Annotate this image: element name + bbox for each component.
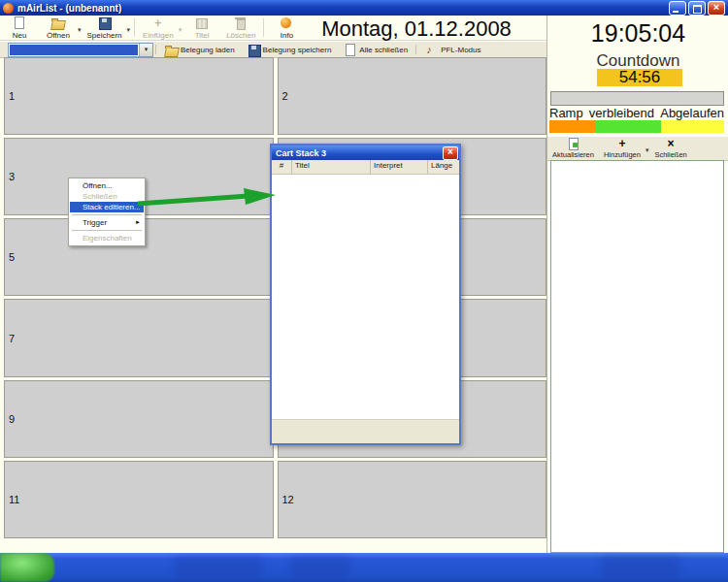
playlist-combo-selection bbox=[10, 45, 138, 55]
dialog-track-list[interactable] bbox=[272, 175, 459, 419]
new-button[interactable]: Neu bbox=[0, 16, 39, 40]
open-dropdown-arrow-icon[interactable]: ▾ bbox=[78, 26, 82, 34]
minimize-button[interactable] bbox=[669, 1, 686, 16]
close-stack-button[interactable]: Schließen bbox=[649, 138, 691, 159]
open-button-label: Öffnen bbox=[47, 31, 70, 40]
cart-cell-11[interactable]: 11 bbox=[4, 461, 274, 538]
cart-cell-number: 3 bbox=[9, 171, 15, 182]
insert-plus-icon bbox=[150, 16, 166, 30]
cart-cell-number: 7 bbox=[9, 333, 15, 344]
ramp-color-bars bbox=[549, 120, 724, 133]
window-title: mAirList - (unbenannt) bbox=[17, 3, 121, 14]
window-titlebar[interactable]: mAirList - (unbenannt) bbox=[0, 0, 728, 16]
delete-button[interactable]: Löschen bbox=[221, 16, 260, 40]
taskbar-item bbox=[602, 557, 679, 580]
cart-cell-2[interactable]: 2 bbox=[278, 57, 547, 135]
cart-cell-12[interactable]: 12 bbox=[278, 461, 547, 538]
clock-time: 19:05:04 bbox=[547, 19, 728, 48]
taskbar-item bbox=[175, 557, 262, 580]
load-assignment-button[interactable]: Belegung laden bbox=[158, 42, 241, 57]
menu-item-open[interactable]: Öffnen... bbox=[70, 180, 144, 191]
elapsed-label: Abgelaufen bbox=[660, 106, 724, 120]
add-button-label: Hinzufügen bbox=[604, 150, 641, 159]
toolbar-separator bbox=[415, 45, 416, 54]
cart-cell-1[interactable]: 1 bbox=[4, 57, 274, 135]
add-button[interactable]: Hinzufügen bbox=[599, 138, 645, 159]
cart-cell-number: 11 bbox=[9, 494, 19, 505]
insert-button-label: Einfügen bbox=[143, 31, 174, 40]
open-button[interactable]: Öffnen bbox=[39, 16, 78, 40]
save-assignment-label: Belegung speichern bbox=[263, 46, 332, 54]
cart-cell-7[interactable]: 7 bbox=[4, 299, 274, 376]
cart-cell-number: 9 bbox=[9, 413, 15, 425]
taskbar-item bbox=[291, 557, 349, 580]
dialog-titlebar[interactable]: Cart Stack 3 bbox=[272, 146, 459, 160]
column-header-length[interactable]: Länge bbox=[428, 160, 459, 174]
cart-stack-dialog: Cart Stack 3 # Titel Interpret Länge bbox=[270, 144, 461, 445]
column-header-title[interactable]: Titel bbox=[292, 160, 371, 174]
countdown-value: 54:56 bbox=[597, 69, 682, 86]
trash-icon bbox=[233, 16, 248, 30]
toolbar-separator bbox=[155, 45, 156, 54]
dialog-title: Cart Stack 3 bbox=[276, 148, 326, 158]
ramp-labels: Ramp verbleibend Abgelaufen bbox=[549, 106, 724, 120]
page-icon bbox=[343, 44, 356, 55]
new-button-label: Neu bbox=[13, 31, 27, 40]
ramp-orange-bar bbox=[549, 120, 595, 133]
menu-item-trigger-label: Trigger bbox=[83, 218, 107, 227]
menu-item-properties[interactable]: Eigenschaften bbox=[70, 233, 144, 243]
refresh-button-label: Aktualisieren bbox=[552, 150, 594, 159]
save-disk-icon bbox=[97, 16, 113, 30]
title-icon bbox=[194, 16, 210, 30]
delete-button-label: Löschen bbox=[226, 31, 255, 40]
ramp-progress-bar bbox=[550, 91, 724, 106]
clock-panel: 19:05:04 Countdown 54:56 Ramp verbleiben… bbox=[546, 16, 728, 553]
pfl-mode-label: PFL-Modus bbox=[441, 46, 480, 54]
toolbar-separator bbox=[263, 18, 264, 37]
cart-cell-number: 12 bbox=[282, 494, 294, 505]
column-header-artist[interactable]: Interpret bbox=[371, 160, 428, 174]
stack-toolbar: Aktualisieren Hinzufügen ▾ Schließen bbox=[547, 136, 728, 161]
save-button[interactable]: Speichern bbox=[83, 16, 127, 40]
save-button-label: Speichern bbox=[87, 31, 122, 40]
stack-list-box[interactable] bbox=[550, 160, 724, 553]
save-assignment-button[interactable]: Belegung speichern bbox=[241, 42, 338, 57]
add-dropdown-arrow-icon[interactable]: ▾ bbox=[645, 146, 649, 154]
title-button[interactable]: Titel bbox=[182, 16, 221, 40]
refresh-button[interactable]: Aktualisieren bbox=[547, 138, 599, 159]
new-document-icon bbox=[12, 16, 27, 30]
dialog-column-headers: # Titel Interpret Länge bbox=[272, 160, 459, 175]
playlist-combo[interactable]: ▾ bbox=[8, 43, 153, 57]
close-button[interactable] bbox=[708, 1, 725, 16]
ramp-yellow-bar bbox=[661, 120, 724, 133]
pfl-mode-button[interactable]: PFL-Modus bbox=[418, 42, 486, 57]
pfl-headphone-icon bbox=[424, 44, 438, 55]
menu-item-close[interactable]: Schließen bbox=[70, 191, 144, 202]
start-button[interactable] bbox=[0, 553, 54, 582]
column-header-number[interactable]: # bbox=[272, 160, 292, 174]
combo-dropdown-arrow-icon[interactable]: ▾ bbox=[139, 44, 152, 56]
desktop: { "colors": { "titlebar_blue": "#1642BC"… bbox=[0, 0, 728, 582]
insert-button[interactable]: Einfügen bbox=[138, 16, 179, 40]
menu-item-edit-stack[interactable]: Stack editieren... bbox=[70, 202, 144, 212]
open-folder-icon bbox=[50, 16, 66, 30]
save-dropdown-arrow-icon[interactable]: ▾ bbox=[127, 26, 131, 34]
date-display: Montag, 01.12.2008 bbox=[286, 16, 546, 42]
plus-icon bbox=[615, 138, 629, 150]
app-logo-icon bbox=[3, 3, 14, 14]
menu-item-trigger[interactable]: Trigger ► bbox=[70, 217, 144, 228]
taskbar[interactable] bbox=[0, 553, 728, 582]
window-controls bbox=[669, 1, 728, 16]
refresh-icon bbox=[566, 138, 579, 150]
cart-cell-9[interactable]: 9 bbox=[4, 380, 274, 458]
load-assignment-label: Belegung laden bbox=[181, 46, 235, 54]
save-disk-icon bbox=[247, 44, 260, 55]
dialog-close-button[interactable] bbox=[443, 146, 458, 160]
remaining-label: verbleibend bbox=[589, 106, 654, 120]
open-folder-icon bbox=[164, 44, 178, 55]
close-all-button[interactable]: Alle schließen bbox=[337, 42, 414, 57]
toolbar-separator bbox=[134, 18, 135, 37]
menu-separator bbox=[72, 230, 142, 231]
maximize-button[interactable] bbox=[688, 1, 706, 16]
ramp-label: Ramp bbox=[549, 106, 583, 120]
